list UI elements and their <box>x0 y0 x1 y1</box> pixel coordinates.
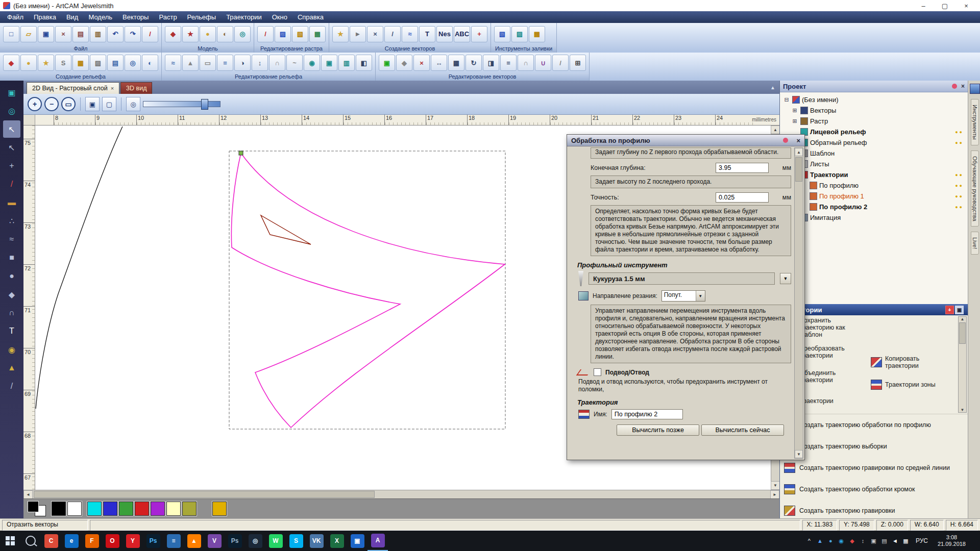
toolbar-icon[interactable]: ★ <box>38 55 54 71</box>
select-tool-button[interactable]: ▼ <box>780 273 791 284</box>
toolbar-icon[interactable]: ▲ <box>182 55 199 71</box>
toolbar-icon[interactable]: ≈ <box>402 26 418 42</box>
toolbar-icon[interactable]: ◆ <box>165 26 181 42</box>
start-button[interactable] <box>0 531 20 551</box>
toolbar-icon[interactable]: ▧ <box>494 26 510 42</box>
toolbar-icon[interactable]: ▩ <box>529 26 545 42</box>
tray-icon[interactable]: ^ <box>804 538 815 544</box>
panel-close-icon[interactable]: × <box>961 83 965 90</box>
toolbar-icon[interactable]: ▥ <box>90 26 106 42</box>
scroll-up-icon[interactable]: ▲ <box>771 126 780 134</box>
edge-tab-tools[interactable]: Инструменты <box>971 99 979 145</box>
visibility-bulbs-icon[interactable]: ●● <box>955 183 964 188</box>
toolbar-icon[interactable]: ⊞ <box>570 55 586 71</box>
toolbar-icon[interactable]: ◆ <box>396 55 412 71</box>
tree-item[interactable]: Лицевой рельеф ●● <box>780 127 968 137</box>
assistant-icon[interactable] <box>970 84 980 94</box>
scroll-right-icon[interactable]: ► <box>770 490 779 499</box>
scroll-thumb[interactable] <box>795 157 802 182</box>
final-depth-input[interactable] <box>716 163 769 173</box>
toolbar-icon[interactable]: ≈ <box>165 55 181 71</box>
left-tool-icon[interactable]: ◎ <box>3 102 20 119</box>
toolpath-operation-item[interactable]: Создать траекторию гравировки по средней… <box>780 457 968 479</box>
taskbar-app[interactable]: F <box>82 531 102 551</box>
tray-icon[interactable]: ◆ <box>847 538 857 544</box>
tray-icon[interactable]: ▦ <box>900 538 911 544</box>
toolbar-icon[interactable]: ◎ <box>125 55 141 71</box>
left-tool-icon[interactable]: ◉ <box>3 341 20 358</box>
toolpath-operation-item[interactable]: Создать траекторию обработки по профилю <box>780 414 968 436</box>
toolbar-icon[interactable]: ▨ <box>90 55 106 71</box>
toolbar-icon[interactable]: ◐ <box>217 26 233 42</box>
taskbar-app[interactable]: A <box>368 531 388 551</box>
taskbar-app[interactable]: S <box>286 531 306 551</box>
calculate-later-button[interactable]: Вычислить позже <box>617 424 699 436</box>
toolbar-icon[interactable]: ▣ <box>321 55 337 71</box>
toolbar-icon[interactable]: Nes <box>436 26 453 42</box>
taskbar-app[interactable]: VK <box>306 531 327 551</box>
tray-icon[interactable]: ▣ <box>868 538 879 544</box>
toolbar-icon[interactable]: ▣ <box>379 55 395 71</box>
taskbar-app[interactable]: ≡ <box>163 531 184 551</box>
taskbar-app[interactable]: ▲ <box>184 531 204 551</box>
scroll-up-icon[interactable]: ▲ <box>961 317 965 321</box>
spline-curve[interactable] <box>36 127 122 409</box>
toolbar-icon[interactable]: ~ <box>286 55 303 71</box>
menu-item[interactable]: Модель <box>83 12 117 22</box>
left-tool-icon[interactable]: ↖ <box>3 139 20 156</box>
color-swatch[interactable] <box>52 502 66 516</box>
tolerance-input[interactable] <box>716 192 769 203</box>
tree-item[interactable]: Шаблон <box>780 148 968 159</box>
dialog-scrollbar[interactable]: ▲ ▼ <box>794 147 803 459</box>
tray-icon[interactable]: ▲ <box>815 538 825 544</box>
tree-item[interactable]: Листы <box>780 159 968 169</box>
tray-icon[interactable]: ↕ <box>857 538 868 544</box>
menu-item[interactable]: Вид <box>61 12 84 22</box>
close-button[interactable]: × <box>955 2 977 10</box>
scroll-up-icon[interactable]: ▲ <box>795 148 803 156</box>
toolbar-icon[interactable]: ● <box>200 26 216 42</box>
toolbar-icon[interactable]: ↷ <box>125 26 141 42</box>
toolbar-icon[interactable]: / <box>384 26 401 42</box>
menu-item[interactable]: Растр <box>154 12 182 22</box>
maximize-button[interactable]: ▢ <box>934 2 955 10</box>
toolbar-icon[interactable]: ◆ <box>3 55 19 71</box>
toolpath-name-input[interactable] <box>611 409 683 419</box>
toolpath-operation-item[interactable]: Создать траекторию выборки <box>780 436 968 457</box>
toolbar-icon[interactable]: □ <box>3 26 19 42</box>
calculate-now-button[interactable]: Вычислить сейчас <box>701 424 784 436</box>
scroll-down-icon[interactable]: ▼ <box>961 408 965 412</box>
left-tool-icon[interactable]: ↖ <box>3 120 20 138</box>
toolbar-icon[interactable]: ● <box>20 55 37 71</box>
color-swatch[interactable] <box>103 502 117 516</box>
red-triangle-vector[interactable] <box>261 215 311 244</box>
tree-item[interactable]: Имитация <box>780 212 968 223</box>
toolbar-icon[interactable]: × <box>413 55 430 71</box>
left-tool-icon[interactable]: + <box>3 157 20 174</box>
dialog-close-icon[interactable]: × <box>796 137 800 144</box>
dialog-titlebar[interactable]: Обработка по профилю × <box>567 135 804 146</box>
minimize-button[interactable]: – <box>913 2 934 10</box>
toolbar-icon[interactable]: ◎ <box>234 26 251 42</box>
toolpath-add-icon[interactable]: + <box>945 306 954 314</box>
toolbar-icon[interactable]: ▦ <box>448 55 464 71</box>
primary-secondary-color-indicator[interactable] <box>28 501 46 516</box>
toolpath-list-item[interactable]: Траектории зоны <box>871 373 947 396</box>
taskbar-app[interactable]: e <box>61 531 82 551</box>
scroll-thumb[interactable] <box>34 491 375 498</box>
pin-icon[interactable] <box>952 84 957 89</box>
toolbar-icon[interactable]: × <box>367 26 383 42</box>
snapshot-icon[interactable]: ◎ <box>126 97 140 111</box>
menu-item[interactable]: Траектории <box>221 12 267 22</box>
visibility-bulbs-icon[interactable]: ●● <box>955 205 964 210</box>
pin-icon[interactable] <box>783 138 788 143</box>
color-swatch[interactable] <box>135 502 149 516</box>
edge-tab-tutorials[interactable]: Обучающие руководства <box>971 151 979 227</box>
tray-icon[interactable]: ◄ <box>890 538 900 544</box>
scroll-down-icon[interactable]: ▼ <box>771 481 780 490</box>
clock[interactable]: 3:08 21.09.2018 <box>933 534 971 547</box>
toolpath-list-item[interactable]: Копировать траектории <box>871 351 947 373</box>
toolbar-icon[interactable]: ★ <box>332 26 349 42</box>
toolbar-icon[interactable]: ∩ <box>518 55 534 71</box>
toolbar-icon[interactable]: T <box>419 26 435 42</box>
